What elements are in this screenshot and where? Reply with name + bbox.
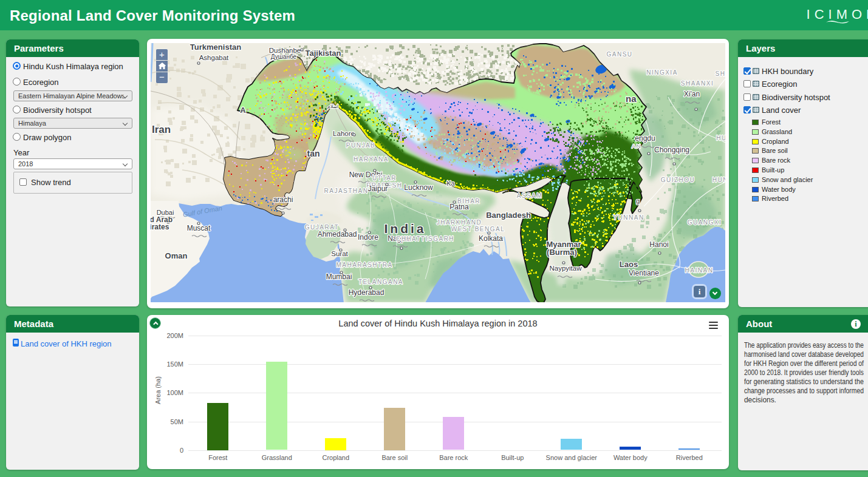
svg-text:ASSAM: ASSAM: [517, 192, 543, 199]
svg-text:CHHATTISGARH: CHHATTISGARH: [396, 235, 454, 242]
svg-text:UTTAR: UTTAR: [372, 175, 397, 181]
svg-text:Tajikistan: Tajikistan: [305, 49, 341, 58]
svg-text:Muscat: Muscat: [187, 224, 211, 232]
svg-text:Hyderabad: Hyderabad: [349, 288, 384, 297]
svg-text:WEST BENGAL: WEST BENGAL: [451, 226, 505, 232]
svg-text:Laos: Laos: [620, 260, 638, 269]
svg-text:Kolkata: Kolkata: [479, 234, 503, 243]
svg-text:HUNA: HUNA: [713, 177, 725, 183]
svg-text:(Burma): (Burma): [547, 248, 577, 257]
svg-text:Hanoi: Hanoi: [649, 240, 668, 249]
svg-text:JHARKHAND: JHARKHAND: [437, 219, 482, 226]
svg-text:mirates: mirates: [151, 223, 169, 231]
svg-text:A: A: [240, 106, 246, 115]
svg-text:HARYANA: HARYANA: [354, 156, 389, 163]
svg-text:for generating statistics to u: for generating statistics to understand …: [744, 377, 864, 386]
svg-text:Chongqing: Chongqing: [654, 146, 689, 154]
svg-text:na: na: [626, 93, 637, 104]
svg-text:Oman: Oman: [165, 251, 188, 260]
svg-text:SHA: SHA: [715, 70, 725, 77]
svg-text:Lucknow: Lucknow: [404, 183, 433, 192]
svg-text:The application provides easy: The application provides easy access to …: [744, 341, 864, 350]
svg-text:YUNNAN: YUNNAN: [613, 214, 644, 221]
svg-text:GANSU: GANSU: [606, 51, 632, 58]
svg-text:g: g: [636, 197, 640, 205]
svg-text:GUIZHOU: GUIZHOU: [661, 177, 695, 183]
svg-text:tan: tan: [307, 149, 320, 158]
svg-text:Душанбе: Душанбе: [271, 53, 297, 60]
svg-text:MAHARASHTRA: MAHARASHTRA: [336, 262, 392, 268]
svg-text:Lahore: Lahore: [333, 130, 355, 137]
svg-text:HUB: HUB: [716, 135, 725, 141]
svg-text:Iran: Iran: [152, 124, 171, 135]
svg-text:engdu: engdu: [635, 134, 655, 143]
svg-text:TELANGANA: TELANGANA: [358, 279, 403, 285]
svg-text:for HKH Region over the differ: for HKH Region over the different period…: [744, 359, 864, 368]
svg-text:Bangladesh: Bangladesh: [486, 211, 531, 220]
svg-text:2000 to 2018. It provides user: 2000 to 2018. It provides user friendly …: [744, 368, 864, 377]
svg-text:اسلام: اسلام: [327, 104, 339, 109]
svg-text:Ka: Ka: [446, 180, 455, 187]
svg-text:India: India: [384, 222, 426, 235]
svg-text:Mumbai: Mumbai: [326, 272, 352, 281]
svg-text:BIHAR: BIHAR: [457, 198, 480, 205]
svg-text:Ashgabat: Ashgabat: [199, 54, 229, 61]
svg-text:NINGXIA: NINGXIA: [646, 69, 678, 76]
svg-text:change processes and to suppor: change processes and to support informed: [744, 387, 864, 395]
svg-text:PUNJAB: PUNJAB: [346, 142, 375, 149]
svg-text:AN: AN: [632, 143, 641, 149]
svg-text:harmonised land cover database: harmonised land cover database developed: [744, 350, 864, 359]
svg-text:Jaipur: Jaipur: [368, 184, 388, 193]
svg-text:Ahmedabad: Ahmedabad: [318, 230, 357, 238]
svg-text:Turkmenistan: Turkmenistan: [190, 43, 241, 52]
svg-text:SHAANXI: SHAANXI: [681, 80, 714, 87]
svg-text:Indore: Indore: [358, 233, 378, 242]
svg-text:arachi: arachi: [273, 195, 293, 204]
svg-text:GUANGXI: GUANGXI: [688, 219, 722, 226]
svg-text:Naypyitaw: Naypyitaw: [549, 265, 582, 272]
svg-text:Vientiane: Vientiane: [629, 269, 659, 277]
svg-text:decisions.: decisions.: [744, 396, 776, 404]
svg-text:RAJASTHAN: RAJASTHAN: [324, 188, 369, 194]
svg-text:Xi'an: Xi'an: [684, 90, 700, 98]
svg-text:HAINAN: HAINAN: [685, 267, 714, 274]
